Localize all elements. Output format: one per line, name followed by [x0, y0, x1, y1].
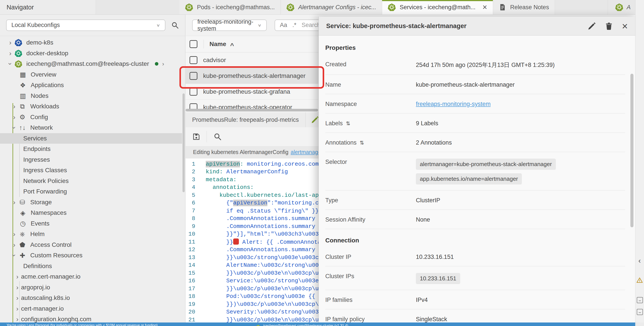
editing-resource-link[interactable]: alertmanager — [291, 149, 323, 155]
chevron-right-icon[interactable]: › — [10, 114, 18, 121]
sidebar-scrollbar[interactable] — [182, 94, 185, 192]
namespace-link[interactable]: freeleaps-monitoring-system — [416, 101, 491, 107]
sidebar-item-events[interactable]: ◷Events — [0, 218, 182, 229]
horizontal-scrollbar[interactable] — [186, 109, 318, 112]
sidebar-item-definitions[interactable]: Definitions — [0, 261, 182, 272]
match-case-toggle[interactable]: Aa — [280, 22, 287, 28]
tab-label: Release Notes — [510, 4, 549, 11]
sidebar-item-label: Ingresses — [23, 156, 50, 163]
sidebar-item-storage[interactable]: ›⛁Storage — [0, 197, 182, 208]
chevron-right-icon[interactable]: › — [6, 50, 14, 57]
chevron-right-icon[interactable]: › — [14, 284, 21, 291]
select-all-checkbox[interactable] — [190, 40, 198, 48]
sidebar-item-services[interactable]: Services — [0, 133, 182, 144]
name-header-label: Name — [210, 40, 226, 48]
kubernetes-icon — [185, 3, 193, 11]
tab-release-notes[interactable]: Release Notes — [493, 0, 555, 14]
terminal-icon[interactable] — [637, 309, 643, 315]
chevron-right-icon[interactable]: › — [14, 316, 21, 322]
sidebar-item-nodes[interactable]: ▥Nodes — [0, 90, 182, 101]
property-row-selector: Selectoralertmanager=kube-prometheus-sta… — [325, 152, 625, 190]
tab-overflow-partial[interactable]: A — [608, 0, 635, 14]
chevron-right-icon[interactable]: › — [10, 230, 18, 238]
sidebar-item-helm[interactable]: ›⎈Helm — [0, 229, 182, 240]
row-checkbox[interactable] — [190, 103, 198, 109]
sidebar-item-label: Helm — [30, 230, 44, 238]
tab-services-icecheng-math[interactable]: Services - icecheng@math...× — [382, 0, 493, 14]
sidebar-item-docker-desktop[interactable]: ›docker-desktop — [0, 48, 182, 59]
name-column-header[interactable]: Name ^ — [210, 40, 234, 48]
property-label: Annotations — [325, 139, 357, 146]
terminal-icon[interactable] — [637, 297, 643, 303]
chevron-right-icon[interactable]: › — [162, 60, 164, 67]
kubeconfig-select[interactable]: Local Kubeconfigs ∨ — [6, 20, 166, 31]
navigator-sidebar: Local Kubeconfigs ∨ ›demo-k8s›docker-des… — [0, 14, 185, 322]
chevron-right-icon[interactable]: › — [6, 39, 14, 46]
sidebar-item-network[interactable]: ›↑↓Network — [0, 122, 182, 133]
sidebar-item-network-policies[interactable]: Network Policies — [0, 176, 182, 186]
chevron-left-icon[interactable]: ‹ — [636, 257, 643, 264]
edit-icon[interactable] — [588, 22, 596, 30]
navigator-panel-title: Navigator — [0, 0, 96, 14]
sidebar-item-configuration-konghq-com[interactable]: ›configuration.konghq.com — [0, 314, 182, 322]
chevron-down-icon[interactable]: › — [6, 60, 14, 68]
delete-icon[interactable] — [605, 22, 613, 30]
sidebar-item-endpoints[interactable]: Endpoints — [0, 144, 182, 154]
sidebar-item-autoscaling-k8s-io[interactable]: ›autoscaling.k8s.io — [0, 293, 182, 304]
sidebar-item-applications[interactable]: ❖Applications — [0, 80, 182, 90]
chevron-right-icon[interactable]: › — [10, 198, 18, 206]
custom-icon: ✚ — [18, 251, 27, 260]
sidebar-item-config[interactable]: ›⚙Config — [0, 112, 182, 123]
open-tabs: Pods - icecheng@mathmas...Alertmanager C… — [180, 0, 555, 14]
chevron-right-icon[interactable]: › — [14, 305, 21, 312]
sort-toggle-icon[interactable]: ⇅ — [360, 140, 364, 146]
dock-tab-prometheusrule[interactable]: PrometheusRule: freepeals-prod-metrics — [192, 116, 299, 123]
row-checkbox[interactable] — [190, 56, 198, 64]
line-number: 5 — [186, 192, 195, 198]
tab-label: A — [627, 4, 630, 11]
sidebar-item-cert-manager-io[interactable]: ›cert-manager.io — [0, 304, 182, 314]
close-icon[interactable]: × — [482, 3, 487, 11]
chevron-down-icon[interactable]: › — [10, 252, 18, 259]
line-number: 16 — [186, 278, 195, 284]
kubernetes-icon — [256, 325, 260, 326]
warning-icon[interactable] — [636, 277, 643, 284]
drawer-scrollbar[interactable] — [630, 74, 634, 227]
line-number: 17 — [186, 286, 195, 292]
sidebar-item-acme-cert-manager-io[interactable]: ›acme.cert-manager.io — [0, 271, 182, 282]
regex-toggle[interactable]: .* — [292, 22, 296, 28]
row-checkbox[interactable] — [190, 88, 198, 96]
edit-icon[interactable] — [311, 116, 319, 124]
chevron-right-icon[interactable]: › — [10, 103, 18, 110]
sidebar-item-demo-k8s[interactable]: ›demo-k8s — [0, 37, 182, 48]
close-icon[interactable]: × — [622, 21, 628, 31]
chevron-right-icon[interactable]: › — [10, 241, 18, 248]
sidebar-item-namespaces[interactable]: ◈Namespaces — [0, 208, 182, 218]
tab-alertmanager-configs-icec[interactable]: Alertmanager Configs - icec... — [281, 0, 382, 14]
sidebar-item-ingress-classes[interactable]: Ingress Classes — [0, 165, 182, 176]
drawer-title: Service: kube-prometheus-stack-alertmana… — [326, 22, 579, 30]
tab-pods-icecheng-mathmas[interactable]: Pods - icecheng@mathmas... — [180, 0, 281, 14]
sidebar-item-access-control[interactable]: ›⬟Access Control — [0, 240, 182, 250]
sidebar-item-port-forwarding[interactable]: Port Forwarding — [0, 186, 182, 197]
property-value: kube-prometheus-stack-alertmanager — [416, 80, 625, 88]
search-icon[interactable] — [171, 21, 179, 29]
sidebar-item-overview[interactable]: ▦Overview — [0, 69, 182, 80]
sidebar-item-custom-resources[interactable]: ›✚Custom Resources — [0, 250, 182, 261]
line-number: 19 — [186, 301, 195, 308]
save-icon[interactable] — [192, 132, 200, 141]
sidebar-item-workloads[interactable]: ›⧉Workloads — [0, 101, 182, 112]
sidebar-item-label: Definitions — [23, 262, 52, 270]
property-value: ClusterIP — [416, 196, 625, 204]
chevron-down-icon[interactable]: › — [10, 124, 18, 132]
property-label: Labels — [325, 120, 343, 127]
chevron-right-icon[interactable]: › — [14, 294, 21, 302]
sidebar-item-ingresses[interactable]: Ingresses — [0, 154, 182, 165]
sidebar-item-icecheng-mathmast-com-freeleaps-cluster[interactable]: ›icecheng@mathmast.com@freeleaps-cluster… — [0, 58, 182, 69]
sidebar-item-argoproj-io[interactable]: ›argoproj.io — [0, 282, 182, 293]
namespace-select[interactable]: freeleaps-monitoring-system ∨ — [192, 20, 267, 31]
document-icon — [499, 4, 506, 11]
search-icon[interactable] — [214, 132, 222, 141]
sort-toggle-icon[interactable]: ⇅ — [346, 120, 350, 126]
chevron-right-icon[interactable]: › — [14, 273, 21, 280]
